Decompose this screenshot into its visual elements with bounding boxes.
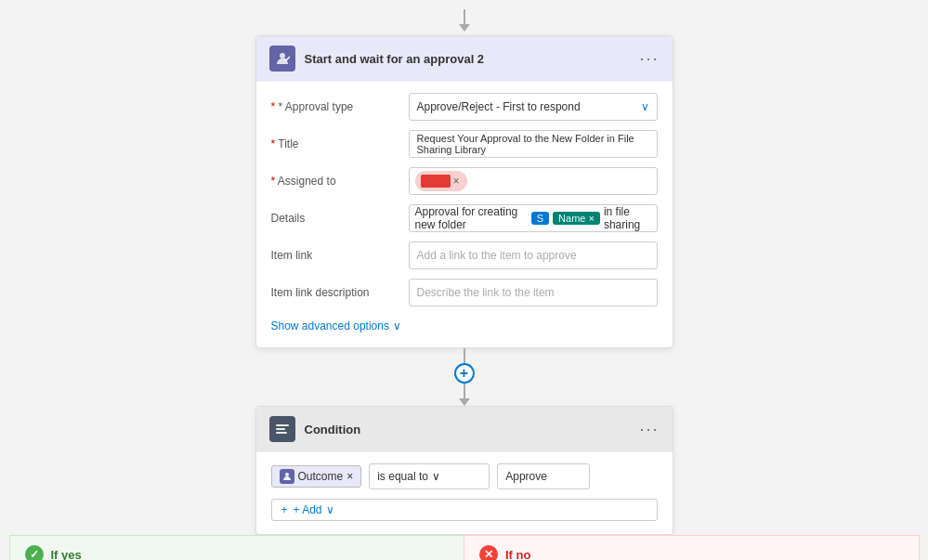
show-advanced-button[interactable]: Show advanced options ∨ bbox=[271, 316, 658, 336]
condition-card-title: Condition bbox=[305, 423, 631, 436]
item-link-label: Item link bbox=[271, 249, 401, 262]
assigned-to-field[interactable]: × bbox=[409, 167, 658, 195]
details-field[interactable]: Approval for creating new folder S Name … bbox=[409, 204, 658, 232]
svg-rect-1 bbox=[276, 424, 289, 426]
if-yes-header: ✓ If yes bbox=[10, 536, 464, 560]
details-row: Details Approval for creating new folder… bbox=[271, 204, 658, 232]
add-step-connector: + bbox=[454, 348, 475, 406]
remove-name-token-button[interactable]: × bbox=[588, 213, 594, 224]
item-link-desc-input[interactable]: Describe the link to the item bbox=[409, 279, 658, 306]
item-link-desc-row: Item link description Describe the link … bbox=[271, 279, 658, 306]
yes-check-icon: ✓ bbox=[25, 545, 44, 560]
assigned-to-tag: × bbox=[415, 171, 467, 191]
if-no-header: ✕ If no bbox=[464, 536, 919, 560]
top-connector bbox=[459, 9, 470, 32]
assigned-to-row: * Assigned to × bbox=[271, 167, 658, 195]
remove-assignee-button[interactable]: × bbox=[453, 175, 460, 188]
remove-outcome-button[interactable]: × bbox=[346, 470, 353, 483]
item-link-input[interactable]: Add a link to the item to approve bbox=[409, 241, 658, 269]
details-label: Details bbox=[271, 212, 401, 225]
condition-icon bbox=[269, 416, 295, 442]
approval-card-title: Start and wait for an approval 2 bbox=[305, 52, 631, 66]
approval-type-label: * * Approval type bbox=[271, 100, 401, 113]
operator-chevron-icon: ∨ bbox=[432, 470, 440, 483]
approval-menu[interactable]: ··· bbox=[639, 49, 659, 69]
approval-type-select[interactable]: Approve/Reject - First to respond ∨ bbox=[409, 93, 658, 121]
outcome-icon bbox=[280, 469, 294, 484]
approval-icon bbox=[269, 46, 295, 72]
title-label: * Title bbox=[271, 137, 401, 150]
details-token-s: S bbox=[531, 212, 549, 225]
add-step-button[interactable]: + bbox=[454, 363, 475, 384]
item-link-row: Item link Add a link to the item to appr… bbox=[271, 241, 658, 269]
approval-card-header: Start and wait for an approval 2 ··· bbox=[256, 36, 673, 82]
condition-add-button[interactable]: + + Add ∨ bbox=[271, 499, 658, 521]
condition-value-input[interactable]: Approve bbox=[497, 463, 590, 489]
approval-card-body: * * Approval type Approve/Reject - First… bbox=[256, 82, 673, 347]
title-input[interactable]: Request Your Approval to the New Folder … bbox=[409, 130, 658, 158]
split-panels: ✓ If yes S Create new folder ··· bbox=[9, 535, 920, 560]
condition-card: Condition ··· Outcome × bbox=[255, 406, 673, 535]
condition-card-body: Outcome × is equal to ∨ Approve + + Add … bbox=[256, 452, 673, 534]
condition-operator-select[interactable]: is equal to ∨ bbox=[369, 463, 490, 489]
if-yes-panel: ✓ If yes S Create new folder ··· bbox=[9, 535, 464, 560]
condition-row: Outcome × is equal to ∨ Approve bbox=[271, 463, 658, 489]
assigned-to-label: * Assigned to bbox=[271, 175, 401, 188]
approval-type-row: * * Approval type Approve/Reject - First… bbox=[271, 93, 658, 121]
chevron-down-icon: ∨ bbox=[641, 100, 649, 113]
svg-point-4 bbox=[285, 473, 289, 476]
approval-card: Start and wait for an approval 2 ··· * *… bbox=[255, 35, 673, 348]
no-x-icon: ✕ bbox=[479, 545, 498, 560]
details-token-name: Name × bbox=[553, 212, 600, 225]
if-no-panel: ✕ If no bbox=[464, 535, 920, 560]
svg-point-0 bbox=[280, 53, 285, 59]
outcome-tag: Outcome × bbox=[271, 465, 362, 488]
svg-rect-2 bbox=[276, 428, 285, 430]
svg-rect-3 bbox=[276, 432, 287, 434]
plus-icon: + bbox=[281, 503, 288, 516]
title-row: * Title Request Your Approval to the New… bbox=[271, 130, 658, 158]
condition-card-header: Condition ··· bbox=[256, 407, 673, 452]
chevron-down-advanced-icon: ∨ bbox=[393, 319, 401, 332]
item-link-desc-label: Item link description bbox=[271, 286, 401, 299]
add-chevron-icon: ∨ bbox=[326, 503, 334, 516]
condition-menu[interactable]: ··· bbox=[639, 420, 659, 439]
